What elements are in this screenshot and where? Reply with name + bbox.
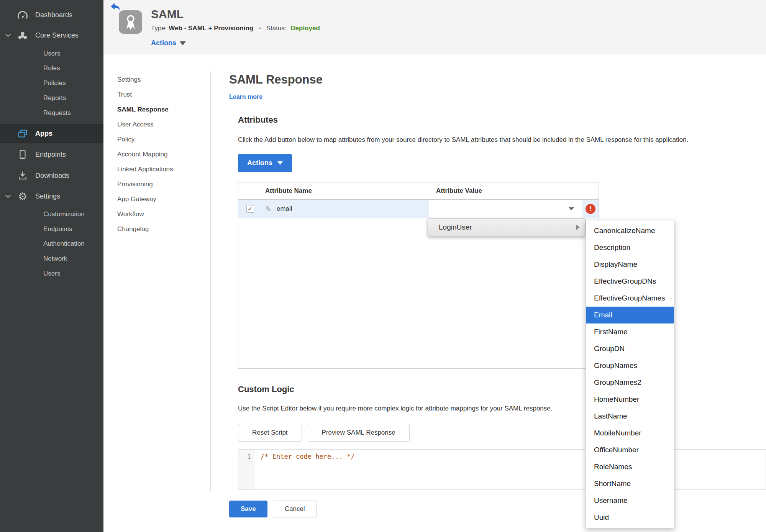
sidebar-item-customization[interactable]: Customization [0,209,103,220]
chevron-down-icon [569,207,574,210]
app-header: SAML Type: Web - SAML + Provisioning • S… [103,0,766,54]
sidebar-item-reports[interactable]: Reports [0,92,103,104]
submenu-option[interactable]: HomeNumber [586,391,674,408]
subnav-item[interactable]: User Access [117,117,173,132]
gauge-icon [16,10,29,20]
table-row: ✓ ✎ email ! [238,200,599,218]
sidebar-item-downloads[interactable]: Downloads [0,170,103,181]
subnav-item[interactable]: Policy [117,132,173,147]
app-icon [119,10,142,34]
code-comment: /* Enter code here... */ [261,453,355,460]
sidebar-item-policies[interactable]: Policies [0,77,103,89]
row-checkbox[interactable]: ✓ [246,205,254,213]
chevron-down-icon [5,194,11,199]
sidebar-item-network[interactable]: Network [0,253,103,264]
subnav-item[interactable]: Account Mapping [117,147,173,162]
column-header-attribute-value: Attribute Value [429,187,599,195]
subnav-item[interactable]: Changelog [117,222,173,236]
sidebar-item-settings-users[interactable]: Users [0,268,103,279]
row-error-cell: ! [582,200,599,218]
submenu-option[interactable]: Username [586,492,674,509]
back-arrow-icon[interactable] [110,3,120,11]
sidebar-item-core-services[interactable]: Core Services [0,30,103,41]
subnav-item[interactable]: SAML Response [117,102,173,117]
submenu-option[interactable]: MobileNumber [586,425,674,442]
sidebar-item-users[interactable]: Users [0,48,103,59]
subnav-item[interactable]: Workflow [117,207,173,222]
attribute-name-value: email [277,205,292,213]
sidebar-item-dashboards[interactable]: Dashboards [0,9,103,21]
dropdown-menu-loginuser[interactable]: LoginUser [428,218,586,236]
learn-more-link[interactable]: Learn more [229,94,262,100]
form-actions-row: Save Cancel [229,501,317,517]
type-value: Web - SAML + Provisioning [169,25,253,32]
sidebar-item-authentication[interactable]: Authentication [0,238,103,250]
chevron-down-icon [180,41,186,45]
subnav-item[interactable]: Settings [117,72,173,87]
submenu-option[interactable]: OfficeNumber [586,442,674,458]
submenu-option[interactable]: Uuid [586,509,674,526]
sidebar-item-apps[interactable]: Apps [0,124,103,143]
attributes-table: Attribute Name Attribute Value ✓ ✎ email… [238,182,599,369]
subnav-item[interactable]: App Gateway [117,192,173,207]
custom-logic-description: Use the Script Editor below if you requi… [238,405,552,412]
column-header-attribute-name: Attribute Name [262,187,429,195]
attribute-name-cell: ✎ email [262,200,429,218]
vertical-divider [210,71,211,492]
subnav-item[interactable]: Provisioning [117,177,173,192]
page-title: SAML [151,7,184,22]
submenu-option[interactable]: GroupNames [586,357,674,374]
editor-gutter: 1 [238,450,255,489]
actions-button[interactable]: Actions [238,154,292,172]
submenu-arrow-icon [576,225,580,230]
subnav-item[interactable]: Linked Applications [117,162,173,177]
script-editor: 1 /* Enter code here... */ [238,449,766,490]
tablet-icon [16,149,29,160]
sidebar-item-requests[interactable]: Requests [0,107,103,119]
line-number: 1 [247,453,251,460]
attribute-value-dropdown[interactable] [429,200,582,218]
submenu-option[interactable]: EffectiveGroupDNs [586,273,674,290]
submenu-option[interactable]: DisplayName [586,256,674,273]
sidebar-item-settings[interactable]: ⚙ Settings [0,190,103,202]
submenu-option[interactable]: Email [586,307,674,323]
apps-icon [16,129,29,139]
attributes-heading: Attributes [238,115,278,125]
submenu-option[interactable]: Description [586,239,674,256]
status-label: Status: [266,25,287,32]
script-buttons-row: Reset Script Preview SAML Response [238,424,410,442]
submenu-option[interactable]: FirstName [586,323,674,340]
table-header: Attribute Name Attribute Value [238,182,599,200]
cluster-icon [16,30,29,40]
submenu-option[interactable]: ShortName [586,475,674,492]
app-meta: Type: Web - SAML + Provisioning • Status… [151,25,320,32]
sidebar-item-settings-endpoints[interactable]: Endpoints [0,223,103,235]
chevron-down-icon [277,161,283,165]
sidebar-item-endpoints[interactable]: Endpoints [0,149,103,160]
submenu-option[interactable]: GroupDN [586,340,674,357]
header-checkbox-column [238,182,262,199]
submenu-option[interactable]: RoleNames [586,458,674,475]
submenu-option[interactable]: CanonicalizeName [586,222,674,239]
attribute-options-submenu: CanonicalizeName Description DisplayName… [586,220,674,528]
status-badge: Deployed [290,25,320,32]
type-label: Type: [151,25,167,32]
edit-pencil-icon[interactable]: ✎ [265,205,271,213]
main-content: SAML Type: Web - SAML + Provisioning • S… [103,0,766,532]
editor-code-area[interactable]: /* Enter code here... */ [255,450,766,489]
section-title: SAML Response [229,73,323,87]
custom-logic-heading: Custom Logic [238,384,294,394]
reset-script-button[interactable]: Reset Script [238,424,302,442]
error-icon: ! [586,204,595,214]
preview-saml-response-button[interactable]: Preview SAML Response [308,424,410,442]
subnav-item[interactable]: Trust [117,87,173,102]
cancel-button[interactable]: Cancel [273,501,317,517]
submenu-option[interactable]: LastName [586,408,674,425]
submenu-option[interactable]: EffectiveGroupNames [586,290,674,307]
header-actions-dropdown[interactable]: Actions [151,39,186,47]
save-button[interactable]: Save [229,501,267,517]
gear-icon: ⚙ [16,191,29,202]
submenu-option[interactable]: GroupNames2 [586,374,674,391]
download-icon [16,170,29,181]
sidebar-item-roles[interactable]: Roles [0,62,103,74]
